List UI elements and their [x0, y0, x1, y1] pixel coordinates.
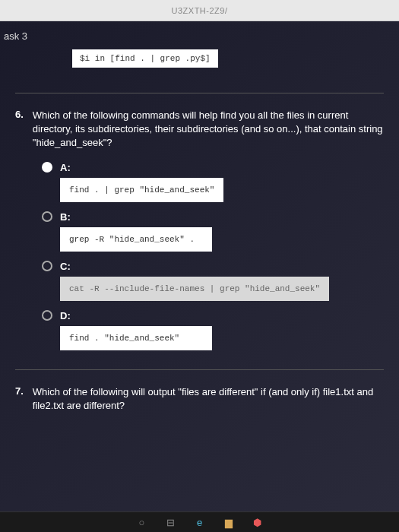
browser-url-bar: U3ZXTH-2Z9/: [0, 0, 399, 21]
radio-icon[interactable]: [42, 162, 52, 173]
search-icon[interactable]: ○: [136, 516, 148, 528]
divider: [15, 93, 384, 93]
option-a[interactable]: A: find . | grep "hide_and_seek": [42, 162, 384, 202]
option-label: C:: [60, 261, 71, 272]
quiz-content: ask 3 $i in [find . | grep .py$] 6. Whic…: [0, 21, 399, 511]
question-number: 7.: [15, 385, 24, 413]
option-header: C:: [42, 261, 384, 272]
option-header: B:: [42, 211, 384, 223]
url-fragment: U3ZXTH-2Z9/: [172, 6, 228, 15]
option-code: cat -R --include-file-names | grep "hide…: [60, 277, 329, 301]
option-header: D:: [42, 310, 384, 321]
question-text: Which of the following commands will hel…: [33, 109, 384, 150]
task-code-snippet: $i in [find . | grep .py$]: [72, 49, 218, 68]
question-text: Which of the following will output "file…: [33, 385, 384, 413]
windows-taskbar[interactable]: ○ ⊟ e ▆ ⬢: [0, 511, 399, 532]
store-icon[interactable]: ⬢: [252, 516, 264, 528]
question-6: 6. Which of the following commands will …: [15, 109, 384, 150]
option-label: B:: [60, 211, 71, 223]
question-6-options: A: find . | grep "hide_and_seek" B: grep…: [42, 162, 384, 350]
option-code: grep -R "hide_and_seek" .: [60, 227, 212, 252]
option-label: D:: [60, 310, 71, 321]
edge-browser-icon[interactable]: e: [194, 516, 206, 528]
option-b[interactable]: B: grep -R "hide_and_seek" .: [42, 211, 384, 252]
option-header: A:: [42, 162, 384, 173]
radio-icon[interactable]: [42, 261, 52, 271]
task-label: ask 3: [4, 30, 384, 42]
radio-icon[interactable]: [42, 310, 52, 321]
option-c[interactable]: C: cat -R --include-file-names | grep "h…: [42, 261, 384, 301]
option-code: find . | grep "hide_and_seek": [60, 178, 223, 202]
option-d[interactable]: D: find . "hide_and_seek": [42, 310, 384, 350]
radio-icon[interactable]: [42, 211, 52, 222]
file-explorer-icon[interactable]: ▆: [223, 516, 235, 528]
question-7: 7. Which of the following will output "f…: [15, 385, 384, 413]
option-code: find . "hide_and_seek": [60, 326, 212, 350]
option-label: A:: [60, 162, 71, 173]
task-view-icon[interactable]: ⊟: [165, 516, 177, 528]
question-number: 6.: [15, 109, 24, 150]
divider: [15, 369, 384, 370]
